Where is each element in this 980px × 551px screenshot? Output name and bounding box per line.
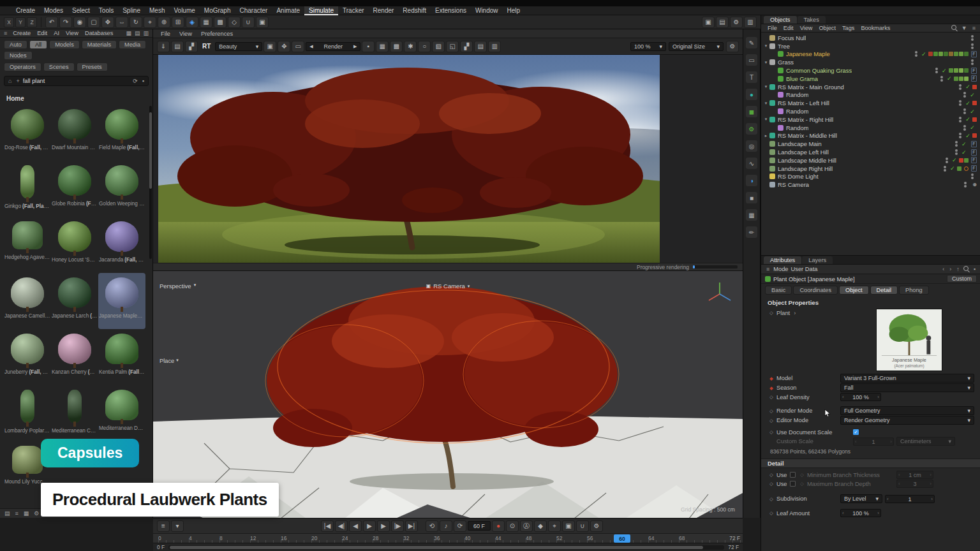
filter-icon[interactable]: ▼ <box>960 25 969 31</box>
rotate-tool-ic[interactable]: ↻ <box>130 17 142 28</box>
circle-mask-ic[interactable]: ○ <box>418 41 431 52</box>
visibility-dots[interactable] <box>946 158 948 163</box>
material-chips[interactable] <box>972 117 977 122</box>
attributes-panel-tab[interactable]: Layers <box>802 256 833 264</box>
visibility-dots[interactable] <box>915 51 917 57</box>
asset-item[interactable]: Dog-Rose(Fall, Plant) <box>4 105 51 161</box>
cloth-ic[interactable]: ▦ <box>200 17 212 28</box>
menubar-item[interactable]: Create <box>11 6 40 15</box>
asset-browser-menu-item[interactable]: View <box>63 30 82 36</box>
enabled-check-icon[interactable]: ✓ <box>921 51 927 57</box>
user-data-menu[interactable]: User Data <box>791 266 818 272</box>
category-chip[interactable]: Operators <box>4 62 41 71</box>
workplane-ic[interactable]: ⊞ <box>172 17 184 28</box>
render-view-menu-item[interactable]: File <box>157 31 174 37</box>
visibility-dots[interactable] <box>971 173 974 179</box>
attribute-tab[interactable]: Phong <box>899 286 929 295</box>
objects-menu-item[interactable]: File <box>764 25 780 31</box>
expander-icon[interactable]: ▾ <box>763 101 769 106</box>
asset-browser-menu-item[interactable]: Create <box>10 30 34 36</box>
hamburger-icon[interactable]: ≡ <box>3 30 8 36</box>
material-chips[interactable] <box>972 133 977 138</box>
pencil-ic[interactable]: ✏ <box>746 226 757 238</box>
material-chips[interactable] <box>954 77 969 81</box>
menubar-item[interactable]: Render <box>369 6 399 15</box>
undo-icon[interactable]: ↶ <box>45 17 58 28</box>
object-label[interactable]: Landscape Main <box>778 140 822 147</box>
menubar-item[interactable]: Window <box>471 6 503 15</box>
refresh-icon[interactable]: ⟳ <box>131 78 139 84</box>
timeline-ruler[interactable]: 048121620242832364044485256606468 60 72 … <box>153 533 743 543</box>
keyframe-ic[interactable]: ◆ <box>534 520 547 532</box>
objects-menu-item[interactable]: Bookmarks <box>858 25 893 31</box>
object-row[interactable]: Landscape Left Hill ✓ F <box>761 148 980 156</box>
layers-ic[interactable]: ▤ <box>474 41 487 52</box>
attributes-panel-tab[interactable]: Attributes <box>764 256 801 264</box>
mode-menu[interactable]: Mode <box>773 266 788 272</box>
subdivision-mode-dropdown[interactable]: By Level ▾ <box>840 494 882 503</box>
prev-key-ic[interactable]: ◀| <box>335 520 348 532</box>
custom-scale-field[interactable]: 1 <box>853 437 894 446</box>
visibility-dots[interactable] <box>971 43 974 49</box>
filter-chip[interactable]: Materials <box>82 40 117 49</box>
menubar-item[interactable]: Extensions <box>431 6 471 15</box>
attribute-tab[interactable]: Basic <box>765 286 792 295</box>
asset-browser-menu-item[interactable]: AI <box>50 30 63 36</box>
objects-panel-tab[interactable]: Objects <box>764 16 797 24</box>
max-branch-field[interactable]: 3 <box>896 480 933 488</box>
expander-icon[interactable]: ▾ <box>763 60 769 65</box>
filter-chip[interactable]: Nodes <box>4 51 33 60</box>
enabled-check-icon[interactable]: ✓ <box>965 116 971 122</box>
asset-item[interactable]: Japanese Maple(Fall, Plant) <box>98 273 145 329</box>
menubar-item[interactable]: Modes <box>40 6 68 15</box>
frame-ic[interactable]: ▭ <box>746 54 757 66</box>
enabled-check-icon[interactable]: ✓ <box>941 68 947 74</box>
expander-icon[interactable]: ▸ <box>763 133 769 138</box>
list-view-icon[interactable]: ▤ <box>133 30 142 36</box>
display-ic[interactable]: ▦ <box>746 209 757 221</box>
render-view-menu-item[interactable]: View <box>175 31 196 37</box>
fps-ic[interactable]: ⟳ <box>454 520 466 532</box>
object-row[interactable]: Landscape Main ✓ F <box>761 140 980 148</box>
play-ic[interactable]: ▶ <box>363 520 376 532</box>
snowflake-ic[interactable]: ✱ <box>404 41 417 52</box>
expand-ic[interactable]: ◱ <box>446 41 459 52</box>
timeline-options-ic[interactable]: ▾ <box>171 520 184 532</box>
expander-icon[interactable]: ▾ <box>763 84 769 89</box>
attributes-menu-icon[interactable]: ≡ <box>765 266 771 272</box>
enabled-check-icon[interactable]: ✓ <box>965 133 971 139</box>
record-ic[interactable]: ● <box>492 520 505 532</box>
menubar-item[interactable]: Help <box>503 6 525 15</box>
asset-browser-menu-item[interactable]: Databases <box>82 30 116 36</box>
snap-key-ic[interactable]: ∪ <box>576 520 589 532</box>
lock-render-ic[interactable]: ▪ <box>362 41 375 52</box>
menubar-item[interactable]: Volume <box>169 6 199 15</box>
loop-ic[interactable]: ⟲ <box>426 520 438 532</box>
object-row[interactable]: RS Camera ⊕ <box>761 180 980 189</box>
menubar-item[interactable]: Simulate <box>304 6 338 15</box>
menubar-item[interactable]: Redshift <box>398 6 431 15</box>
lock-icon[interactable]: ▪ <box>972 266 977 272</box>
snapshot-ic[interactable]: ▤ <box>171 41 184 52</box>
render-view-menu-item[interactable]: Preferences <box>197 31 237 37</box>
object-label[interactable]: RS Matrix - Left Hill <box>778 99 829 107</box>
goto-end-ic[interactable]: ▶| <box>405 520 418 532</box>
search-icon[interactable] <box>951 25 958 31</box>
simulation-ic[interactable]: ◈ <box>186 17 198 28</box>
material-sphere-ic[interactable]: ● <box>746 89 757 100</box>
panel-menu-icon[interactable]: ≡ <box>971 25 977 31</box>
snap-ic[interactable]: ◇ <box>228 17 241 28</box>
season-dropdown[interactable]: Fall ▾ <box>840 383 974 392</box>
expander-icon[interactable]: ▾ <box>763 43 769 48</box>
footer-list-icon[interactable]: ▤ <box>3 510 11 517</box>
search-icon[interactable] <box>963 266 970 272</box>
object-label[interactable]: Random <box>786 124 808 131</box>
pen-tool-ic[interactable]: ✎ <box>746 37 757 48</box>
aov-dropdown[interactable]: Beauty ▾ <box>215 42 262 51</box>
add-icon[interactable]: + <box>15 78 20 84</box>
last-tool-ic[interactable]: ⌖ <box>144 17 156 28</box>
object-row[interactable]: ▾ RS Matrix - Main Ground ✓ <box>761 83 980 91</box>
axis-lock-button[interactable]: X <box>4 17 14 27</box>
menubar-item[interactable]: Tracker <box>338 6 369 15</box>
enabled-check-icon[interactable]: ✓ <box>949 165 956 172</box>
